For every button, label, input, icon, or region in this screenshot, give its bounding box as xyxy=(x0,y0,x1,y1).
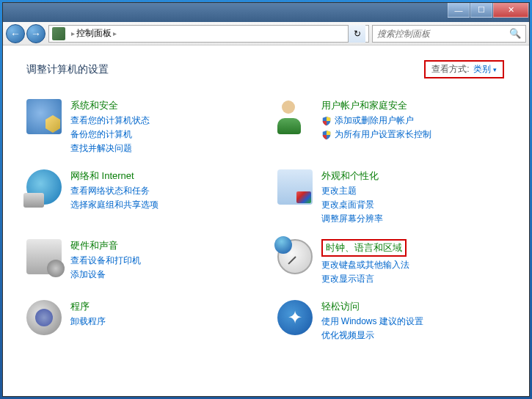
category-link[interactable]: 选择家庭组和共享选项 xyxy=(70,198,266,212)
clock-language-icon[interactable] xyxy=(277,239,313,274)
control-panel-window: — ☐ ✕ ← → ▸ 控制面板 ▸ ↻ 🔍 调整计算机的设置 查看方式: 类别 xyxy=(2,2,530,397)
view-mode-selector[interactable]: 查看方式: 类别 xyxy=(424,60,504,78)
category-link[interactable]: 添加或删除用户帐户 xyxy=(321,114,517,128)
category-link[interactable]: 更改主题 xyxy=(321,184,517,198)
category-title-clock-language[interactable]: 时钟、语言和区域 xyxy=(321,239,407,257)
nav-toolbar: ← → ▸ 控制面板 ▸ ↻ 🔍 xyxy=(3,22,529,45)
minimize-button[interactable]: — xyxy=(448,3,470,18)
category-ease-access: 轻松访问使用 Windows 建议的设置优化视频显示 xyxy=(277,297,517,345)
content-area: 调整计算机的设置 查看方式: 类别 系统和安全查看您的计算机状态备份您的计算机查… xyxy=(3,45,529,396)
category-link[interactable]: 添加设备 xyxy=(70,268,266,282)
category-link[interactable]: 为所有用户设置家长控制 xyxy=(321,128,517,142)
forward-button[interactable]: → xyxy=(26,24,45,43)
view-mode-label: 查看方式: xyxy=(431,63,469,76)
shield-icon xyxy=(321,130,332,140)
control-panel-icon xyxy=(52,27,65,40)
breadcrumb-separator: ▸ xyxy=(71,29,75,37)
system-security-icon[interactable] xyxy=(26,99,62,134)
search-input[interactable] xyxy=(377,29,509,39)
category-link[interactable]: 使用 Windows 建议的设置 xyxy=(321,315,517,329)
page-title: 调整计算机的设置 xyxy=(26,63,109,76)
shield-icon xyxy=(321,116,332,126)
category-link[interactable]: 卸载程序 xyxy=(70,315,266,329)
category-link[interactable]: 查看您的计算机状态 xyxy=(70,114,266,128)
category-body: 用户帐户和家庭安全添加或删除用户帐户为所有用户设置家长控制 xyxy=(321,99,517,156)
search-box[interactable]: 🔍 xyxy=(372,25,526,43)
category-body: 轻松访问使用 Windows 建议的设置优化视频显示 xyxy=(321,300,517,343)
category-title-programs[interactable]: 程序 xyxy=(70,300,266,313)
programs-icon[interactable] xyxy=(26,300,62,335)
category-link[interactable]: 调整屏幕分辨率 xyxy=(321,212,517,226)
category-link[interactable]: 更改桌面背景 xyxy=(321,198,517,212)
category-link[interactable]: 优化视频显示 xyxy=(321,329,517,343)
category-link[interactable]: 备份您的计算机 xyxy=(70,128,266,142)
categories-grid: 系统和安全查看您的计算机状态备份您的计算机查找并解决问题用户帐户和家庭安全添加或… xyxy=(26,96,516,345)
network-internet-icon[interactable] xyxy=(26,169,62,205)
maximize-button[interactable]: ☐ xyxy=(470,3,492,18)
category-body: 系统和安全查看您的计算机状态备份您的计算机查找并解决问题 xyxy=(70,99,266,156)
category-system-security: 系统和安全查看您的计算机状态备份您的计算机查找并解决问题 xyxy=(26,96,266,159)
category-body: 硬件和声音查看设备和打印机添加设备 xyxy=(70,239,266,286)
category-link[interactable]: 查看设备和打印机 xyxy=(70,254,266,268)
search-icon[interactable]: 🔍 xyxy=(509,28,521,39)
titlebar: — ☐ ✕ xyxy=(3,3,529,22)
category-body: 时钟、语言和区域更改键盘或其他输入法更改显示语言 xyxy=(321,239,517,286)
category-title-ease-access[interactable]: 轻松访问 xyxy=(321,300,517,313)
breadcrumb-root[interactable]: 控制面板 xyxy=(76,27,112,40)
category-title-appearance[interactable]: 外观和个性化 xyxy=(321,169,517,183)
category-clock-language: 时钟、语言和区域更改键盘或其他输入法更改显示语言 xyxy=(277,236,517,289)
category-hardware-sound: 硬件和声音查看设备和打印机添加设备 xyxy=(26,236,266,289)
category-body: 外观和个性化更改主题更改桌面背景调整屏幕分辨率 xyxy=(321,169,517,227)
category-appearance: 外观和个性化更改主题更改桌面背景调整屏幕分辨率 xyxy=(277,166,517,230)
breadcrumb-separator: ▸ xyxy=(113,29,117,37)
category-link[interactable]: 查找并解决问题 xyxy=(70,142,266,155)
category-link[interactable]: 更改键盘或其他输入法 xyxy=(321,258,517,272)
category-link[interactable]: 查看网络状态和任务 xyxy=(70,184,266,198)
content-header: 调整计算机的设置 查看方式: 类别 xyxy=(26,60,516,78)
category-network-internet: 网络和 Internet查看网络状态和任务选择家庭组和共享选项 xyxy=(26,166,266,230)
ease-access-icon[interactable] xyxy=(277,300,313,335)
category-title-network-internet[interactable]: 网络和 Internet xyxy=(70,169,266,183)
category-link[interactable]: 更改显示语言 xyxy=(321,272,517,286)
category-user-accounts: 用户帐户和家庭安全添加或删除用户帐户为所有用户设置家长控制 xyxy=(277,96,517,159)
category-title-system-security[interactable]: 系统和安全 xyxy=(70,99,266,112)
category-programs: 程序卸载程序 xyxy=(26,297,266,345)
category-title-user-accounts[interactable]: 用户帐户和家庭安全 xyxy=(321,99,517,112)
refresh-button[interactable]: ↻ xyxy=(348,25,365,43)
user-accounts-icon[interactable] xyxy=(277,99,313,134)
address-bar[interactable]: ▸ 控制面板 ▸ ↻ xyxy=(48,25,369,43)
category-body: 网络和 Internet查看网络状态和任务选择家庭组和共享选项 xyxy=(70,169,266,227)
appearance-icon[interactable] xyxy=(277,169,313,205)
category-title-hardware-sound[interactable]: 硬件和声音 xyxy=(70,239,266,252)
back-button[interactable]: ← xyxy=(6,24,25,43)
view-mode-value[interactable]: 类别 xyxy=(473,63,497,76)
category-body: 程序卸载程序 xyxy=(70,300,266,343)
hardware-sound-icon[interactable] xyxy=(26,239,62,274)
close-button[interactable]: ✕ xyxy=(493,3,528,18)
refresh-icon: ↻ xyxy=(354,29,361,39)
